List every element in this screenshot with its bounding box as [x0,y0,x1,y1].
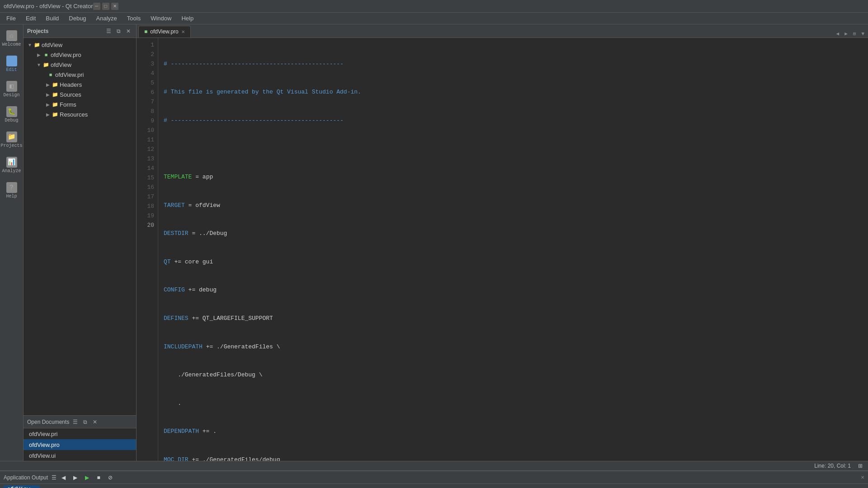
open-docs-panel: Open Documents ☰ ⧉ ✕ ofdView.pri ofdView… [24,415,136,461]
output-menu-btn[interactable]: ☰ [52,474,57,481]
sidebar-item-welcome[interactable]: ⌂ Welcome [1,26,22,51]
line-num-9: 9 [140,117,154,126]
token: DEPENDPATH [164,427,199,436]
menu-debug[interactable]: Debug [64,14,90,23]
help-icon: ? [6,182,17,193]
sidebar-item-help[interactable]: ? Help [1,178,22,202]
tree-item-resources[interactable]: ▶ 📁 Resources [24,109,136,119]
tree-label-ofdview-pro-root: ofdView.pro [51,52,81,58]
token: INCLUDEPATH [164,343,203,352]
line-numbers: 1 2 3 4 5 6 7 8 9 10 11 12 13 14 15 16 1… [137,38,158,461]
menu-analyze[interactable]: Analyze [92,14,122,23]
tree-item-headers[interactable]: ▶ 📁 Headers [24,80,136,89]
token: MOC_DIR [164,455,189,461]
project-panel-split-btn[interactable]: ⧉ [114,27,123,35]
line-col-status: Line: 20, Col: 1 [814,463,851,469]
app-output-header: Application Output ☰ ◀ ▶ ▶ ■ ⊘ ✕ [0,471,868,484]
doc-item-ofdview-pri[interactable]: ofdView.pri [24,428,136,439]
editor-tab-ofdview-pro[interactable]: ■ ofdView.pro ✕ [138,26,191,38]
tree-item-ofdview-root[interactable]: ▼ 📁 ofdView [24,40,136,50]
menu-build[interactable]: Build [41,14,63,23]
tab-close-btn[interactable]: ✕ [181,29,185,34]
code-area[interactable]: 1 2 3 4 5 6 7 8 9 10 11 12 13 14 15 16 1… [137,38,868,461]
output-tabs-row: ofdView ✕ [0,484,868,488]
editor-split-btn[interactable]: ⊞ [851,30,858,38]
menu-file[interactable]: File [2,14,20,23]
sidebar-item-analyze[interactable]: 📊 Analyze [1,153,22,177]
tree-item-ofdview-folder[interactable]: ▼ 📁 ofdView [24,60,136,70]
code-line-15: MOC_DIR += ./GeneratedFiles/debug [164,455,863,461]
line-num-20: 20 [140,221,154,230]
menu-edit[interactable]: Edit [21,14,40,23]
sidebar-label-projects: Projects [1,143,23,148]
design-icon: ◧ [6,81,17,92]
sidebar-item-design[interactable]: ◧ Design [1,77,22,101]
code-content[interactable]: # --------------------------------------… [158,38,868,461]
tree-item-forms[interactable]: ▶ 📁 Forms [24,99,136,109]
open-docs-close-btn[interactable]: ✕ [91,418,99,426]
tree-label-ofdview-root: ofdView [42,42,62,48]
token: ./GeneratedFiles/Debug \ [164,371,262,380]
editor-tabs: ■ ofdView.pro ✕ ◀ ▶ ⊞ ▼ [137,24,868,38]
editor-status-bar: Line: 20, Col: 1 ⊞ [0,461,868,471]
line-num-7: 7 [140,98,154,107]
output-next-btn[interactable]: ▶ [70,473,80,483]
sidebar-item-edit[interactable]: ✏ Edit [1,52,22,76]
title-text: ofdView.pro - ofdView - Qt Creator [4,3,93,9]
sidebar-label-welcome: Welcome [2,42,21,47]
output-close-btn[interactable]: ✕ [861,475,864,480]
open-docs-title: Open Documents [27,419,69,425]
file-icon: ■ [47,71,54,78]
debug-icon: 🐛 [6,106,17,117]
token: = ofdView [185,201,220,211]
expand-icon7: ▶ [45,112,51,117]
sidebar-label-help: Help [6,194,17,199]
project-header: Projects ☰ ⧉ ✕ [24,24,136,38]
code-line-11: INCLUDEPATH += ./GeneratedFiles \ [164,343,863,352]
code-line-9: CONFIG += debug [164,286,863,295]
sidebar-item-debug[interactable]: 🐛 Debug [1,102,22,127]
output-clear-btn[interactable]: ⊘ [105,473,115,483]
line-num-17: 17 [140,192,154,202]
sidebar-icons: ⌂ Welcome ✏ Edit ◧ Design 🐛 Debug 📁 Proj… [0,24,24,461]
doc-item-ofdview-ui[interactable]: ofdView.ui [24,450,136,461]
project-panel-menu-btn[interactable]: ☰ [104,27,113,35]
menu-tools[interactable]: Tools [123,14,145,23]
sources-folder-icon: 📁 [52,91,59,98]
tree-item-sources[interactable]: ▶ 📁 Sources [24,89,136,99]
line-num-18: 18 [140,202,154,211]
editor-forward-btn[interactable]: ▶ [843,30,849,38]
tree-item-ofdview-pri[interactable]: ■ ofdView.pri [24,70,136,80]
editor-back-btn[interactable]: ◀ [835,30,841,38]
project-panel-close-btn[interactable]: ✕ [124,27,132,35]
output-tab-ofdview[interactable]: ofdView ✕ [4,485,40,488]
editor-more-btn[interactable]: ▼ [859,30,866,38]
code-line-4 [164,144,863,154]
output-stop-btn[interactable]: ■ [94,473,104,483]
token: # This file is generated by the Qt Visua… [164,88,361,97]
code-line-7: DESTDIR = ../Debug [164,229,863,239]
maximize-button[interactable]: □ [102,3,109,10]
line-num-10: 10 [140,126,154,136]
sidebar-label-design: Design [3,93,19,98]
forms-folder-icon: 📁 [52,101,59,108]
output-prev-btn[interactable]: ◀ [58,473,68,483]
editor-toolbar: ◀ ▶ ⊞ ▼ [835,30,866,38]
close-button[interactable]: ✕ [111,3,118,10]
token: += core gui [171,258,213,267]
output-run-btn[interactable]: ▶ [82,473,92,483]
menu-window[interactable]: Window [146,14,176,23]
token: DESTDIR [164,229,189,239]
editor-extra-btns: ⊞ [858,463,863,469]
tab-label-pro: ofdView.pro [150,28,179,35]
open-docs-split-btn[interactable]: ⧉ [81,418,89,426]
minimize-button[interactable]: ─ [93,3,100,10]
tree-item-ofdview-pro-root[interactable]: ▶ ■ ofdView.pro [24,50,136,60]
sidebar-label-edit: Edit [6,67,17,72]
line-num-16: 16 [140,183,154,192]
sidebar-item-projects[interactable]: 📁 Projects [1,127,22,152]
open-docs-menu-btn[interactable]: ☰ [71,418,79,426]
doc-item-ofdview-pro[interactable]: ofdView.pro [24,439,136,450]
line-num-8: 8 [140,107,154,117]
menu-help[interactable]: Help [177,14,198,23]
